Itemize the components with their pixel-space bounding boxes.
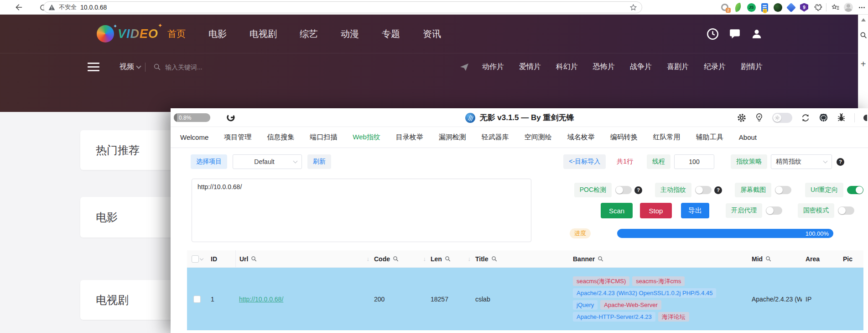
bookmark-star-icon[interactable]: [629, 4, 637, 11]
nav-item-tv[interactable]: 电视剧: [249, 28, 277, 40]
help-icon[interactable]: ?: [837, 158, 844, 166]
extension-dark-icon[interactable]: [773, 3, 782, 12]
tab-space-mapping[interactable]: 空间测绘: [525, 133, 552, 142]
row-checkbox[interactable]: [193, 296, 201, 303]
sidebar-search-icon[interactable]: [860, 32, 867, 39]
extension-leaf-icon[interactable]: [733, 3, 743, 12]
gc-icon[interactable]: [226, 113, 235, 122]
tab-dir-enum[interactable]: 目录枚举: [396, 133, 423, 142]
category-drama[interactable]: 剧情片: [741, 62, 763, 72]
extension-shield-icon[interactable]: 9: [800, 3, 809, 12]
clipped-icon[interactable]: [863, 113, 867, 122]
search-input[interactable]: [165, 63, 329, 71]
scan-button[interactable]: Scan: [601, 203, 633, 218]
site-logo[interactable]: ✦VIDEO✦: [97, 25, 158, 42]
poc-toggle[interactable]: [615, 186, 632, 194]
tab-encode-convert[interactable]: 编码转换: [610, 133, 638, 142]
target-import-button[interactable]: <-目标导入: [563, 154, 606, 169]
help-icon[interactable]: ?: [634, 186, 642, 194]
nav-item-news[interactable]: 资讯: [423, 28, 441, 40]
channel-select[interactable]: 视频: [120, 62, 140, 72]
column-search-icon[interactable]: [251, 256, 257, 262]
targets-textarea[interactable]: http://10.0.0.68/: [192, 179, 531, 242]
row-mid-cell: Apache/2.4.23 (Win32) OpenSSL/1.0.2j PHP…: [748, 268, 802, 330]
extension-js-icon[interactable]: JS: [747, 3, 756, 12]
tab-vuln-detect[interactable]: 漏洞检测: [439, 133, 466, 142]
extension-cube-icon[interactable]: [786, 3, 795, 12]
user-icon[interactable]: [751, 28, 763, 40]
help-icon[interactable]: ?: [714, 186, 722, 194]
back-icon[interactable]: [13, 2, 24, 13]
nav-item-home[interactable]: 首页: [167, 28, 186, 40]
refresh-button[interactable]: 刷新: [307, 154, 331, 169]
tab-port-scan[interactable]: 端口扫描: [310, 133, 337, 142]
category-war[interactable]: 战争片: [630, 62, 652, 72]
memory-usage-meter: 0.8%: [174, 113, 210, 122]
proxy-toggle[interactable]: [766, 206, 782, 215]
select-all-checkbox[interactable]: [192, 255, 199, 263]
category-horror[interactable]: 恐怖片: [593, 62, 615, 72]
result-url-link[interactable]: http://10.0.0.68/: [239, 296, 283, 303]
card-label: 电视剧: [96, 293, 129, 307]
column-search-icon[interactable]: [445, 256, 451, 262]
extensions-puzzle-icon[interactable]: [813, 3, 822, 12]
fingerprint-strategy-select[interactable]: 精简指纹: [771, 154, 832, 169]
nav-item-anime[interactable]: 动漫: [341, 28, 359, 40]
category-action[interactable]: 动作片: [482, 62, 504, 72]
sort-icon[interactable]: ↓: [468, 255, 471, 262]
scroll-up-icon[interactable]: [861, 18, 866, 21]
nav-item-movies[interactable]: 电影: [208, 28, 227, 40]
tab-project-manage[interactable]: 项目管理: [224, 133, 251, 142]
sort-icon[interactable]: ↓: [423, 255, 426, 262]
thread-count-input[interactable]: [674, 154, 714, 169]
column-search-icon[interactable]: [765, 256, 771, 262]
settings-gear-icon[interactable]: [737, 113, 746, 122]
table-row[interactable]: 1 http://10.0.0.68/ 200 18257 cslab seac…: [187, 268, 863, 330]
screenshot-toggle[interactable]: [775, 186, 791, 194]
theme-toggle[interactable]: [772, 113, 792, 123]
select-project-button[interactable]: 选择项目: [191, 154, 227, 169]
idea-bulb-icon[interactable]: [755, 113, 764, 122]
profile-avatar[interactable]: [844, 3, 853, 12]
chat-icon[interactable]: [729, 28, 741, 40]
gm-mode-toggle[interactable]: [838, 206, 854, 215]
export-button[interactable]: 导出: [681, 203, 709, 218]
column-search-icon[interactable]: [393, 256, 399, 262]
sidebar-plus-icon[interactable]: +: [861, 60, 866, 68]
bug-icon[interactable]: [837, 113, 846, 122]
tab-redteam-common[interactable]: 红队常用: [653, 133, 681, 142]
active-fingerprint-toggle[interactable]: [695, 186, 712, 194]
tab-info-gather[interactable]: 信息搜集: [267, 133, 294, 142]
nav-item-variety[interactable]: 综艺: [300, 28, 318, 40]
column-search-icon[interactable]: [598, 256, 603, 262]
browser-menu-icon[interactable]: [857, 3, 866, 12]
sort-icon[interactable]: ↓: [367, 255, 370, 262]
tab-aux-tools[interactable]: 辅助工具: [696, 133, 723, 142]
card-label: 电影: [96, 210, 118, 225]
category-romance[interactable]: 爱情片: [519, 62, 541, 72]
tab-about[interactable]: About: [739, 133, 757, 141]
column-search-icon[interactable]: [491, 256, 497, 262]
nav-item-topics[interactable]: 专题: [382, 28, 400, 40]
tab-light-arsenal[interactable]: 轻武器库: [482, 133, 509, 142]
sync-refresh-icon[interactable]: [801, 113, 810, 122]
header-select-all[interactable]: [187, 250, 207, 267]
tab-domain-enum[interactable]: 域名枚举: [567, 133, 595, 142]
tab-web-fingerprint[interactable]: Web指纹: [353, 133, 380, 142]
stop-button[interactable]: Stop: [640, 203, 672, 218]
menu-hamburger-icon[interactable]: [88, 63, 99, 71]
category-comedy[interactable]: 喜剧片: [667, 62, 689, 72]
url-redirect-toggle[interactable]: [847, 186, 863, 194]
extension-doc-icon[interactable]: ↓: [760, 3, 769, 12]
send-plane-icon[interactable]: [460, 63, 469, 72]
tab-welcome[interactable]: Welcome: [180, 133, 208, 141]
project-select[interactable]: Default: [233, 154, 302, 169]
address-bar[interactable]: 不安全 10.0.0.68: [43, 1, 642, 13]
favorites-bar-icon[interactable]: [831, 3, 840, 12]
extension-ring-icon[interactable]: 2: [720, 3, 729, 12]
category-scifi[interactable]: 科幻片: [556, 62, 578, 72]
github-icon[interactable]: [819, 113, 828, 122]
card-label: 热门推荐: [96, 143, 140, 158]
category-documentary[interactable]: 纪录片: [704, 62, 726, 72]
history-clock-icon[interactable]: [707, 28, 719, 40]
